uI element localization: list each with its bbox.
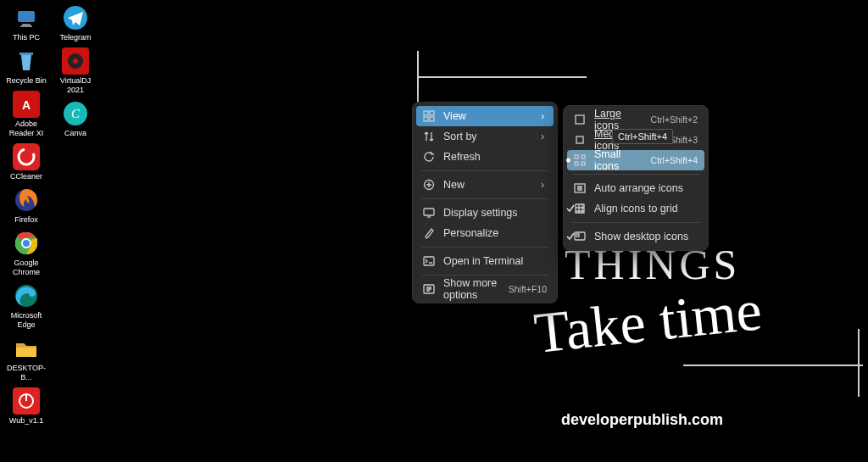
desktop-icon-label: Recycle Bin bbox=[6, 76, 47, 86]
refresh-icon bbox=[421, 149, 437, 164]
svg-rect-16 bbox=[25, 394, 27, 401]
menu-item-refresh[interactable]: Refresh bbox=[416, 147, 554, 167]
shortcut-tooltip: Ctrl+Shift+4 bbox=[612, 129, 673, 144]
chevron-right-icon: › bbox=[538, 179, 547, 191]
telegram-icon bbox=[62, 4, 89, 31]
menu-item-label: Sort by bbox=[443, 131, 533, 142]
desktop-icon-label: Microsoft Edge bbox=[3, 311, 49, 330]
svg-text:A: A bbox=[22, 98, 31, 112]
menu-item-display-settings[interactable]: Display settings bbox=[416, 203, 554, 223]
menu-item-personalize[interactable]: Personalize bbox=[416, 223, 554, 243]
desktop-icon-recycle-bin[interactable]: Recycle Bin bbox=[2, 45, 51, 88]
menu-item-large-icons[interactable]: Large iconsCtrl+Shift+2 bbox=[567, 109, 704, 130]
menu-item-label: Refresh bbox=[443, 151, 547, 163]
desktop-icon-chrome[interactable]: Google Chrome bbox=[2, 227, 51, 280]
svg-point-20 bbox=[73, 58, 78, 64]
desktop-icon-telegram[interactable]: Telegram bbox=[51, 2, 100, 45]
desktop-icon-ccleaner[interactable]: CCleaner bbox=[2, 141, 51, 184]
brush-icon bbox=[421, 225, 437, 241]
menu-item-label: Open in Terminal bbox=[443, 255, 547, 267]
terminal-icon bbox=[421, 253, 437, 269]
desktop-context-menu[interactable]: View›Sort by›RefreshNew›Display settings… bbox=[412, 102, 558, 303]
menu-item-label: New bbox=[443, 179, 533, 191]
sort-icon bbox=[421, 129, 437, 144]
chevron-right-icon: › bbox=[538, 131, 547, 142]
menu-item-shortcut: Ctrl+Shift+2 bbox=[651, 114, 698, 125]
menu-item-small-icons[interactable]: Small iconsCtrl+Shift+4 bbox=[567, 150, 704, 170]
menu-item-sort-by[interactable]: Sort by› bbox=[416, 126, 554, 147]
svg-rect-0 bbox=[18, 11, 35, 22]
desktop-icon-adobe-reader[interactable]: A Adobe Reader XI bbox=[2, 88, 51, 141]
menu-separator bbox=[572, 174, 699, 175]
menu-item-shortcut: Ctrl+Shift+4 bbox=[651, 155, 698, 165]
svg-rect-34 bbox=[581, 155, 585, 159]
grid-icon bbox=[421, 109, 437, 124]
menu-separator bbox=[421, 170, 548, 171]
view-submenu[interactable]: Large iconsCtrl+Shift+2Medium iconsCtrl+… bbox=[563, 105, 709, 251]
recycle-bin-icon bbox=[13, 47, 40, 75]
svg-text:C: C bbox=[71, 107, 81, 120]
svg-rect-23 bbox=[424, 111, 428, 115]
svg-rect-35 bbox=[575, 162, 578, 165]
desktop-icon-firefox[interactable]: Firefox bbox=[2, 184, 51, 227]
lg-icon bbox=[572, 112, 587, 127]
svg-rect-31 bbox=[576, 115, 584, 124]
desktop-icon-label: This PC bbox=[13, 33, 40, 42]
sm-icon bbox=[572, 153, 587, 168]
menu-item-open-in-terminal[interactable]: Open in Terminal bbox=[416, 251, 554, 271]
wub-icon bbox=[13, 387, 40, 415]
svg-rect-3 bbox=[19, 53, 33, 55]
wallpaper-line bbox=[858, 329, 860, 397]
wallpaper-footer: developerpublish.com bbox=[561, 411, 723, 429]
svg-rect-39 bbox=[576, 234, 579, 237]
menu-item-view[interactable]: View› bbox=[416, 106, 554, 126]
svg-rect-33 bbox=[575, 155, 578, 159]
svg-rect-1 bbox=[22, 24, 31, 25]
desktop-icon-wub[interactable]: Wub_v1.1 bbox=[2, 385, 51, 428]
menu-item-new[interactable]: New› bbox=[416, 175, 554, 195]
desktop-icon-label: Canva bbox=[64, 129, 86, 138]
menu-separator bbox=[421, 247, 548, 248]
desktop-icon-virtualdj[interactable]: VirtualDJ 2021 bbox=[51, 45, 100, 97]
desktop-icon-edge[interactable]: Microsoft Edge bbox=[2, 280, 51, 332]
menu-item-show-desktop-icons[interactable]: Show desktop icons bbox=[567, 226, 704, 247]
menu-separator bbox=[421, 198, 548, 199]
wallpaper-line bbox=[683, 365, 863, 366]
wallpaper-line bbox=[417, 76, 587, 78]
menu-item-label: Align icons to grid bbox=[594, 203, 698, 214]
svg-rect-25 bbox=[424, 117, 428, 121]
md-icon bbox=[572, 132, 587, 148]
desktop-icon-desktop-folder[interactable]: DESKTOP-B... bbox=[2, 332, 51, 385]
menu-separator bbox=[572, 222, 699, 223]
menu-separator bbox=[421, 275, 548, 276]
menu-item-align-icons-to-grid[interactable]: Align icons to grid bbox=[567, 198, 704, 219]
svg-rect-29 bbox=[424, 257, 434, 265]
menu-item-show-more-options[interactable]: Show more optionsShift+F10 bbox=[416, 279, 554, 299]
desktop-icon-label: Firefox bbox=[14, 215, 38, 225]
chevron-right-icon: › bbox=[538, 110, 547, 122]
svg-rect-2 bbox=[20, 25, 32, 27]
menu-item-auto-arrange-icons[interactable]: Auto arrange icons bbox=[567, 178, 704, 198]
menu-item-label: Show more options bbox=[443, 277, 502, 301]
desktop-icon-label: VirtualDJ 2021 bbox=[53, 76, 98, 95]
svg-rect-24 bbox=[430, 111, 434, 115]
adobe-reader-icon: A bbox=[13, 91, 40, 118]
chrome-icon bbox=[13, 230, 40, 257]
desktop-icon-label: Telegram bbox=[59, 33, 91, 42]
desktop-icon-label: Adobe Reader XI bbox=[3, 120, 49, 138]
svg-rect-26 bbox=[430, 117, 434, 121]
display-icon bbox=[421, 205, 437, 220]
menu-item-label: Small icons bbox=[594, 148, 644, 172]
auto-icon bbox=[572, 181, 587, 196]
desktop[interactable]: This PC Recycle BinA Adobe Reader XI CCl… bbox=[2, 2, 100, 428]
desktop-icon-this-pc[interactable]: This PC bbox=[2, 2, 51, 45]
desktop-icon-label: CCleaner bbox=[10, 172, 42, 181]
svg-rect-6 bbox=[13, 143, 40, 170]
desktop-icon-label: Wub_v1.1 bbox=[9, 416, 43, 426]
svg-rect-28 bbox=[424, 209, 434, 215]
desktop-icon-canva[interactable]: C Canva bbox=[51, 97, 100, 141]
check-icon bbox=[565, 203, 576, 214]
firefox-icon bbox=[13, 186, 40, 214]
menu-item-label: Personalize bbox=[443, 227, 547, 239]
edge-icon bbox=[13, 282, 40, 309]
